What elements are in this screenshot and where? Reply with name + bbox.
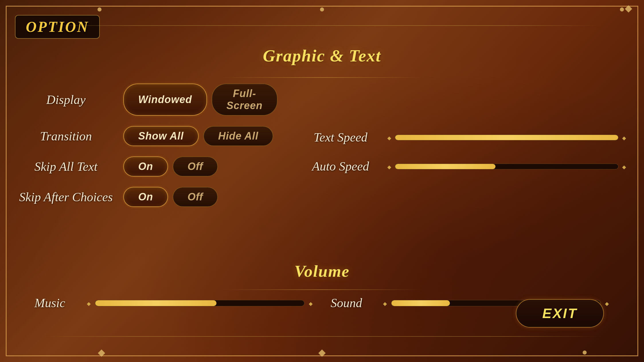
music-right-arrow: ⬥ xyxy=(308,298,313,308)
transition-show-all-btn[interactable]: Show All xyxy=(123,126,199,146)
skip-all-text-label: Skip All Text xyxy=(17,159,115,174)
text-speed-fill xyxy=(395,135,618,140)
graphic-text-section: Graphic & Text Display Windowed Full-Scr… xyxy=(17,40,627,217)
sound-fill xyxy=(391,300,450,306)
deco-dot-top-right xyxy=(620,7,624,11)
deco-line-top xyxy=(11,25,633,26)
text-speed-label: Text Speed xyxy=(300,130,381,145)
auto-speed-slider-wrap: ⬥ ⬥ xyxy=(387,161,627,172)
auto-speed-row: Auto Speed ⬥ ⬥ xyxy=(300,159,627,174)
text-speed-right-arrow: ⬥ xyxy=(621,132,627,143)
skip-after-choices-btn-group: On Off xyxy=(123,187,218,207)
transition-label: Transition xyxy=(17,129,115,144)
graphic-text-title: Graphic & Text xyxy=(17,46,627,66)
exit-button[interactable]: EXIT xyxy=(516,299,604,328)
left-column: Display Windowed Full-Screen Transition … xyxy=(17,84,278,217)
deco-dot-top-left xyxy=(97,7,102,11)
sound-left-arrow: ⬥ xyxy=(382,298,388,308)
transition-row: Transition Show All Hide All xyxy=(17,126,278,146)
auto-speed-left-arrow: ⬥ xyxy=(387,161,392,172)
deco-line-bottom xyxy=(11,336,633,337)
settings-grid: Display Windowed Full-Screen Transition … xyxy=(17,84,627,217)
text-speed-row: Text Speed ⬥ ⬥ xyxy=(300,130,627,145)
skip-all-text-off-btn[interactable]: Off xyxy=(173,156,218,177)
volume-divider xyxy=(222,289,422,290)
main-panel: Graphic & Text Display Windowed Full-Scr… xyxy=(17,40,627,345)
music-left-arrow: ⬥ xyxy=(86,298,91,308)
auto-speed-fill xyxy=(395,164,495,169)
music-label: Music xyxy=(34,296,80,310)
display-label: Display xyxy=(17,92,115,107)
skip-after-choices-off-btn[interactable]: Off xyxy=(173,187,218,207)
deco-dot-top-mid xyxy=(320,7,324,11)
text-speed-left-arrow: ⬥ xyxy=(387,132,392,143)
volume-title: Volume xyxy=(34,262,610,281)
right-column: Text Speed ⬥ ⬥ Auto Speed ⬥ xyxy=(300,84,627,217)
option-title: OPTION xyxy=(15,15,100,39)
display-windowed-btn[interactable]: Windowed xyxy=(123,84,207,116)
sound-label: Sound xyxy=(331,296,376,310)
section-divider xyxy=(222,77,422,78)
transition-hide-all-btn[interactable]: Hide All xyxy=(203,126,274,146)
display-row: Display Windowed Full-Screen xyxy=(17,84,278,116)
skip-all-text-on-btn[interactable]: On xyxy=(123,156,168,177)
exit-btn-wrap: EXIT xyxy=(516,299,604,328)
skip-all-text-row: Skip All Text On Off xyxy=(17,156,278,177)
music-fill xyxy=(95,300,216,306)
display-btn-group: Windowed Full-Screen xyxy=(123,84,278,116)
skip-all-text-btn-group: On Off xyxy=(123,156,218,177)
text-speed-slider-wrap: ⬥ ⬥ xyxy=(387,132,627,143)
deco-dot-bottom-right xyxy=(583,351,587,355)
sound-right-arrow: ⬥ xyxy=(604,298,610,308)
skip-after-choices-on-btn[interactable]: On xyxy=(123,187,168,207)
skip-after-choices-label: Skip After Choices xyxy=(17,190,115,204)
auto-speed-right-arrow: ⬥ xyxy=(621,161,627,172)
auto-speed-label: Auto Speed xyxy=(300,159,381,174)
transition-btn-group: Show All Hide All xyxy=(123,126,273,146)
music-track[interactable] xyxy=(95,300,305,306)
text-speed-track[interactable] xyxy=(395,135,618,140)
auto-speed-track[interactable] xyxy=(395,164,618,169)
skip-after-choices-row: Skip After Choices On Off xyxy=(17,187,278,207)
option-title-wrap: OPTION xyxy=(15,15,100,39)
music-volume-item: Music ⬥ ⬥ xyxy=(34,296,313,310)
display-fullscreen-btn[interactable]: Full-Screen xyxy=(212,84,278,116)
music-slider-wrap: ⬥ ⬥ xyxy=(86,298,313,308)
